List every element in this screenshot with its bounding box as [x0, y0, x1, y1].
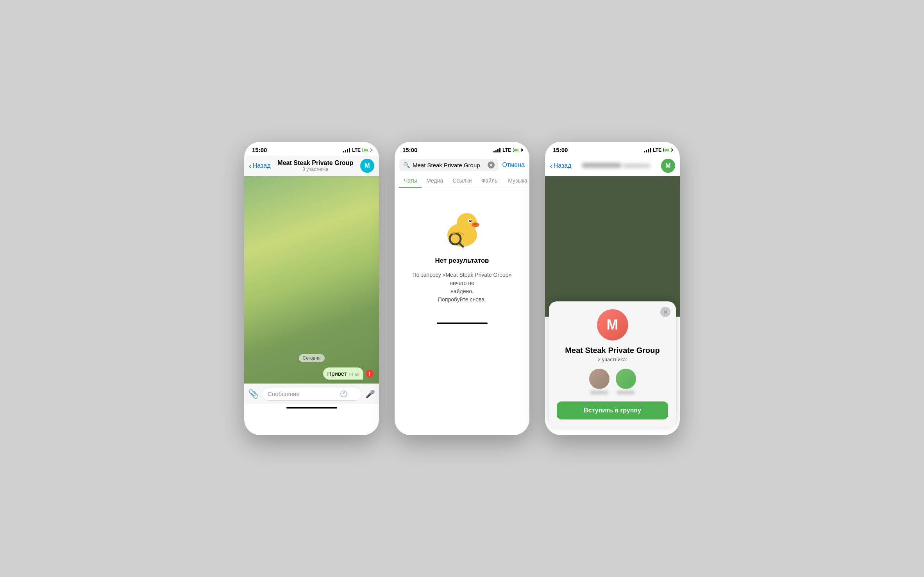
search-empty-state: Нет результатов По запросу «Meat Steak P… — [395, 188, 529, 319]
status-icons-3: LTE ⚡ — [644, 147, 672, 153]
status-icons-2: LTE ⚡ — [493, 147, 522, 153]
search-tabs: Чаты Медиа Ссылки Файлы Музыка Го... — [395, 174, 529, 188]
chat-header-name: Meat Steak Private Group — [271, 159, 360, 167]
status-time-1: 15:00 — [252, 147, 267, 153]
member-item-1 — [589, 369, 609, 394]
phone-screen-3: 15:00 LTE ⚡ ‹ — [545, 142, 680, 435]
sheet-group-avatar: M — [597, 309, 628, 340]
duck-illustration — [439, 204, 486, 251]
back-button-1[interactable]: ‹ Назад — [249, 162, 271, 170]
input-icons: 🕐 — [340, 390, 348, 398]
bottom-sheet: ✕ M Meat Steak Private Group 2 участника… — [549, 301, 676, 427]
svg-point-5 — [470, 220, 471, 221]
message-placeholder: Сообщение — [268, 391, 300, 397]
battery-icon-2: ⚡ — [513, 148, 522, 152]
search-icon: 🔍 — [403, 162, 410, 168]
svg-point-6 — [474, 223, 477, 225]
chat-avatar-1[interactable]: M — [360, 159, 374, 173]
no-results-desc: По запросу «Meat Steak Private Group» ни… — [406, 271, 518, 304]
sheet-group-name: Meat Steak Private Group — [557, 346, 668, 355]
lte-label-1: LTE — [352, 147, 361, 153]
tab-media[interactable]: Медиа — [422, 174, 448, 188]
message-text: Привет — [327, 370, 347, 377]
search-header: 🔍 Meat Steak Private Group ✕ Отмена — [395, 156, 529, 174]
date-badge: Сегодня — [299, 354, 325, 362]
phone-screen-2: 15:00 LTE ⚡ 🔍 Meat Steak Private Group — [395, 142, 529, 435]
back-chevron-icon: ‹ — [249, 162, 252, 170]
home-indicator-2 — [437, 323, 488, 324]
sheet-close-button[interactable]: ✕ — [660, 307, 670, 317]
chat-header-sub: 3 участника — [271, 167, 360, 172]
error-icon: ! — [366, 370, 374, 378]
sheet-participants: 2 участника: — [557, 357, 668, 362]
back-button-3[interactable]: ‹ Назад — [550, 162, 572, 170]
message-input[interactable]: Сообщение 🕐 — [262, 387, 362, 401]
battery-icon-3: ⚡ — [663, 148, 672, 152]
member-name-1 — [590, 391, 608, 394]
attach-icon[interactable]: 📎 — [248, 389, 259, 399]
chat-header-center: Meat Steak Private Group 3 участника — [271, 159, 360, 172]
member-item-2 — [616, 369, 636, 394]
tab-files[interactable]: Файлы — [477, 174, 503, 188]
status-bar-3: 15:00 LTE ⚡ — [545, 142, 680, 156]
tab-music[interactable]: Музыка — [503, 174, 529, 188]
status-icons-1: LTE ⚡ — [343, 147, 371, 153]
sheet-members-list — [557, 369, 668, 394]
s3-header-center — [572, 162, 661, 169]
status-time-2: 15:00 — [402, 147, 417, 153]
signal-bars-icon-2 — [493, 148, 500, 152]
screens-container: 15:00 LTE ⚡ ‹ Назад Mea — [244, 142, 680, 435]
s3-header-avatar[interactable]: M — [661, 159, 675, 173]
back-label-1: Назад — [253, 162, 271, 169]
cancel-search-button[interactable]: Отмена — [502, 161, 525, 168]
no-results-title: Нет результатов — [435, 257, 489, 265]
join-group-button[interactable]: Вступить в группу — [557, 401, 668, 419]
search-clear-button[interactable]: ✕ — [488, 161, 495, 168]
status-time-3: 15:00 — [553, 147, 568, 153]
battery-icon-1: ⚡ — [363, 148, 371, 152]
member-avatar-1 — [589, 369, 609, 389]
search-box[interactable]: 🔍 Meat Steak Private Group ✕ — [399, 159, 499, 171]
signal-bars-icon-3 — [644, 148, 651, 152]
clock-icon: 🕐 — [340, 390, 348, 398]
status-bar-1: 15:00 LTE ⚡ — [244, 142, 379, 156]
member-name-2 — [617, 391, 634, 394]
back-chevron-icon-3: ‹ — [550, 162, 552, 170]
home-indicator-1 — [286, 407, 337, 409]
chat-header: ‹ Назад Meat Steak Private Group 3 участ… — [244, 156, 379, 176]
chat-background: Сегодня Привет 14:59 ! — [244, 176, 379, 383]
svg-point-4 — [469, 220, 472, 222]
message-time: 14:59 — [349, 372, 359, 377]
chat-input-bar: 📎 Сообщение 🕐 🎤 — [244, 383, 379, 404]
tab-chats[interactable]: Чаты — [399, 174, 422, 188]
blurred-title — [582, 163, 621, 168]
s3-dark-background — [545, 176, 680, 317]
status-bar-2: 15:00 LTE ⚡ — [395, 142, 529, 156]
mic-icon[interactable]: 🎤 — [365, 389, 375, 399]
message-bubble: Привет 14:59 ! — [323, 367, 363, 380]
lte-label-3: LTE — [653, 147, 661, 153]
signal-bars-icon — [343, 148, 350, 152]
svg-point-2 — [472, 222, 479, 227]
member-avatar-2 — [616, 369, 636, 389]
lte-label-2: LTE — [502, 147, 511, 153]
tab-links[interactable]: Ссылки — [448, 174, 476, 188]
blurred-subtitle — [623, 164, 650, 168]
back-label-3: Назад — [554, 162, 572, 169]
phone-screen-1: 15:00 LTE ⚡ ‹ Назад Mea — [244, 142, 379, 435]
search-query: Meat Steak Private Group — [413, 162, 485, 168]
